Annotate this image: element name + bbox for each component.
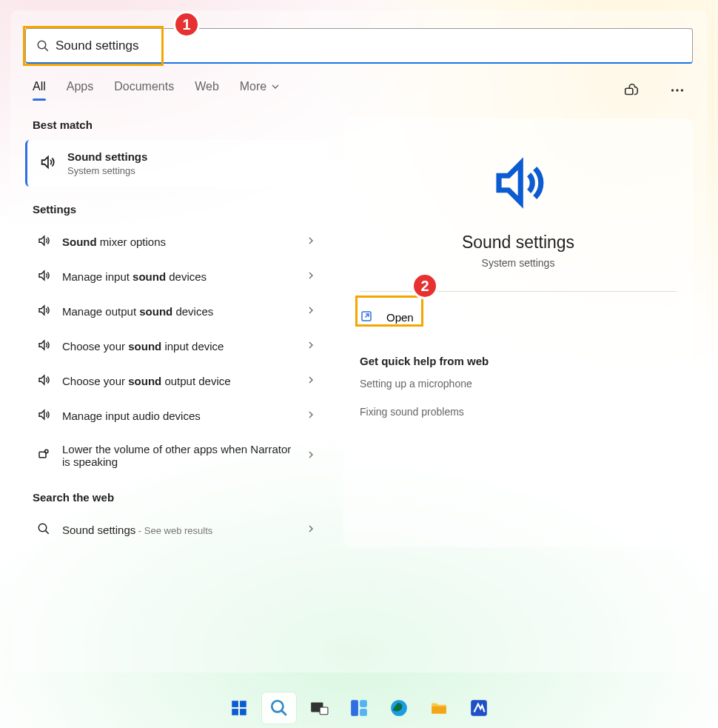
speaker-icon <box>37 269 50 284</box>
settings-result[interactable]: Choose your sound output device <box>25 364 329 398</box>
svg-marker-12 <box>39 410 44 419</box>
svg-point-23 <box>272 701 283 712</box>
svg-rect-27 <box>351 700 358 716</box>
preview-title: Sound settings <box>462 233 574 253</box>
taskbar-explorer[interactable] <box>422 692 456 724</box>
web-result-suffix: - See web results <box>135 525 212 536</box>
help-heading: Get quick help from web <box>360 355 677 367</box>
settings-result-label: Sound mixer options <box>62 236 293 248</box>
tab-more[interactable]: More <box>240 80 281 101</box>
taskbar-edge[interactable] <box>382 692 416 724</box>
chevron-right-icon <box>305 339 317 353</box>
preview-subtitle: System settings <box>482 257 555 269</box>
taskbar-widgets[interactable] <box>342 692 376 724</box>
search-icon <box>30 39 56 53</box>
settings-result[interactable]: Sound mixer options <box>25 224 329 259</box>
taskbar-taskview[interactable] <box>302 692 336 724</box>
settings-result-label: Choose your sound input device <box>62 340 293 353</box>
more-options-icon[interactable] <box>669 82 685 98</box>
chevron-right-icon <box>305 449 317 463</box>
divider <box>360 291 677 292</box>
svg-rect-29 <box>360 709 367 716</box>
svg-rect-2 <box>625 88 633 94</box>
search-input[interactable] <box>56 39 692 53</box>
svg-point-4 <box>676 89 678 91</box>
svg-rect-31 <box>432 707 446 714</box>
open-icon <box>360 310 373 325</box>
taskbar-search[interactable] <box>262 692 296 724</box>
annotation-badge-1: 1 <box>173 11 200 38</box>
annotation-badge-2: 2 <box>412 273 438 299</box>
chat-icon[interactable] <box>623 82 640 98</box>
open-button[interactable]: Open 2 <box>343 299 693 335</box>
taskbar-app[interactable] <box>462 692 496 724</box>
results-column: Best match Sound settings System setting… <box>25 118 329 547</box>
filter-tabs: All Apps Documents Web More <box>33 80 685 101</box>
svg-marker-10 <box>39 341 44 350</box>
settings-heading: Settings <box>33 203 321 216</box>
help-link-fix-sound[interactable]: Fixing sound problems <box>360 406 677 418</box>
speaker-icon <box>37 304 50 319</box>
tab-all[interactable]: All <box>33 80 46 101</box>
search-web-heading: Search the web <box>33 491 321 504</box>
narrator-icon <box>37 448 50 464</box>
svg-point-0 <box>38 41 46 49</box>
tab-apps[interactable]: Apps <box>67 80 93 101</box>
speaker-icon <box>37 234 50 250</box>
settings-result[interactable]: Manage input audio devices <box>25 398 329 433</box>
svg-rect-21 <box>232 709 238 715</box>
best-match-result[interactable]: Sound settings System settings <box>25 140 329 187</box>
svg-point-15 <box>38 524 47 532</box>
settings-result-label: Choose your sound output device <box>62 375 293 387</box>
chevron-right-icon <box>305 409 317 423</box>
preview-pane: Sound settings System settings Open 2 Ge… <box>343 118 693 547</box>
taskbar-start[interactable] <box>222 692 256 724</box>
svg-marker-8 <box>39 271 44 280</box>
speaker-icon <box>39 154 56 173</box>
chevron-right-icon <box>305 304 317 318</box>
svg-point-3 <box>671 89 674 91</box>
svg-marker-11 <box>39 375 44 384</box>
svg-point-5 <box>681 89 683 91</box>
svg-rect-22 <box>240 709 246 715</box>
speaker-icon <box>37 408 50 424</box>
settings-result-label: Manage input audio devices <box>62 410 293 422</box>
settings-result-label: Manage output sound devices <box>62 305 293 318</box>
search-panel: 1 All Apps Documents Web More Best match <box>10 10 708 672</box>
svg-rect-20 <box>240 701 246 707</box>
svg-marker-7 <box>39 236 44 245</box>
svg-line-24 <box>282 711 286 715</box>
open-label: Open <box>386 311 414 324</box>
settings-result[interactable]: Lower the volume of other apps when Narr… <box>25 433 329 478</box>
svg-rect-32 <box>471 700 487 716</box>
svg-rect-26 <box>320 707 328 715</box>
svg-marker-17 <box>499 164 520 202</box>
best-match-heading: Best match <box>33 118 321 131</box>
svg-point-14 <box>45 450 49 453</box>
chevron-right-icon <box>305 235 317 249</box>
chevron-right-icon <box>305 523 317 537</box>
tab-web[interactable]: Web <box>195 80 219 101</box>
settings-result-label: Lower the volume of other apps when Narr… <box>62 443 293 468</box>
settings-result[interactable]: Choose your sound input device <box>25 329 329 364</box>
speaker-icon <box>37 373 50 389</box>
chevron-right-icon <box>305 270 317 284</box>
svg-line-1 <box>45 47 48 50</box>
search-web-result[interactable]: Sound settings - See web results <box>25 512 329 547</box>
settings-result[interactable]: Manage output sound devices <box>25 294 329 329</box>
chevron-right-icon <box>305 374 317 388</box>
tab-documents[interactable]: Documents <box>114 80 174 101</box>
search-bar[interactable] <box>25 28 693 64</box>
web-result-title: Sound settings <box>62 524 135 536</box>
settings-result[interactable]: Manage input sound devices <box>25 259 329 294</box>
settings-result-label: Manage input sound devices <box>62 270 293 283</box>
svg-marker-6 <box>42 156 48 167</box>
svg-line-16 <box>46 531 49 534</box>
help-link-microphone[interactable]: Setting up a microphone <box>360 378 677 390</box>
search-icon <box>37 522 50 538</box>
speaker-icon <box>486 154 551 215</box>
best-match-title: Sound settings <box>67 150 147 163</box>
best-match-subtitle: System settings <box>67 165 147 176</box>
chevron-down-icon <box>269 81 281 93</box>
svg-marker-9 <box>39 306 44 315</box>
